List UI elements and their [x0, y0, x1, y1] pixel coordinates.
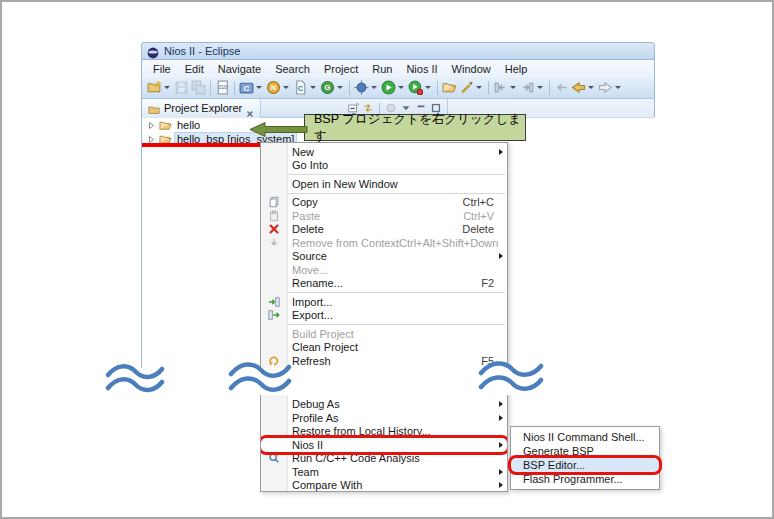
- menu-item-label: Compare With: [287, 479, 362, 491]
- menu-item-profile-as[interactable]: Profile As: [261, 411, 507, 425]
- explorer-tab-label: Project Explorer: [164, 102, 242, 114]
- submenu-item-label: Flash Programmer...: [523, 473, 623, 485]
- tab-close-icon[interactable]: [246, 104, 254, 112]
- dropdown-caret-icon[interactable]: [256, 86, 262, 89]
- menubar-item-navigate[interactable]: Navigate: [211, 61, 268, 77]
- dropdown-caret-icon[interactable]: [398, 86, 404, 89]
- debug-button[interactable]: [353, 79, 380, 97]
- menu-item-nios-ii[interactable]: Nios II: [261, 438, 507, 452]
- menu-item-label: Delete: [287, 223, 324, 235]
- menu-icon-cell: [261, 237, 287, 249]
- menu-item-compare-with[interactable]: Compare With: [261, 479, 507, 493]
- dropdown-caret-icon[interactable]: [537, 86, 543, 89]
- menu-item-go-into[interactable]: Go Into: [261, 159, 507, 173]
- menubar-item-help[interactable]: Help: [498, 61, 535, 77]
- open-element-button[interactable]: [441, 79, 458, 97]
- forward-button[interactable]: [597, 79, 624, 97]
- back-icon: [571, 80, 586, 95]
- dropdown-caret-icon[interactable]: [337, 86, 343, 89]
- menu-item-refresh[interactable]: RefreshF5: [261, 354, 507, 368]
- submenu-item-flash-programmer[interactable]: Flash Programmer...: [511, 472, 659, 486]
- menu-item-shortcut: Ctrl+Alt+Shift+Down: [399, 237, 508, 249]
- menubar-item-window[interactable]: Window: [445, 61, 498, 77]
- toolbar-separator: [549, 81, 550, 95]
- binary-file-icon: 010: [215, 80, 230, 95]
- page-frame: Nios II - Eclipse FileEditNavigateSearch…: [0, 0, 774, 519]
- menu-item-open-in-new-window[interactable]: Open in New Window: [261, 177, 507, 191]
- expand-twisty-icon[interactable]: [147, 121, 156, 130]
- svg-text:C: C: [298, 84, 304, 93]
- toolbar-separator: [488, 81, 489, 95]
- menu-item-restore-from-local-history[interactable]: Restore from Local History...: [261, 425, 507, 439]
- copy-icon: [268, 196, 280, 208]
- dropdown-caret-icon[interactable]: [310, 86, 316, 89]
- svg-text:010: 010: [219, 85, 227, 90]
- new-wizard-button[interactable]: [146, 79, 173, 97]
- binary-file-button[interactable]: 010: [214, 79, 231, 97]
- menu-item-debug-as[interactable]: Debug As: [261, 398, 507, 412]
- next-annotation-icon: [520, 80, 535, 95]
- menubar-item-project[interactable]: Project: [317, 61, 365, 77]
- menu-item-remove-from-context: Remove from ContextCtrl+Alt+Shift+Down: [261, 236, 507, 250]
- submenu-item-nios-ii-command-shell[interactable]: Nios II Command Shell...: [511, 430, 659, 444]
- menu-item-export[interactable]: Export...: [261, 309, 507, 323]
- new-c-file-button[interactable]: C: [292, 79, 319, 97]
- run-button[interactable]: [380, 79, 407, 97]
- menu-item-label: Debug As: [287, 398, 340, 410]
- project-folder-icon: [159, 119, 172, 132]
- menu-item-new[interactable]: New: [261, 145, 507, 159]
- explorer-folder-icon: [148, 102, 160, 114]
- dropdown-caret-icon[interactable]: [425, 86, 431, 89]
- menubar-item-run[interactable]: Run: [365, 61, 399, 77]
- run-external-icon: [408, 80, 423, 95]
- menu-item-rename[interactable]: Rename...F2: [261, 277, 507, 291]
- menu-item-label: Source: [287, 250, 327, 262]
- dropdown-caret-icon[interactable]: [371, 86, 377, 89]
- last-edit-button[interactable]: [553, 79, 570, 97]
- menu-item-label: Restore from Local History...: [287, 425, 431, 437]
- menu-item-clean-project[interactable]: Clean Project: [261, 341, 507, 355]
- menubar-item-file[interactable]: File: [146, 61, 178, 77]
- dropdown-caret-icon[interactable]: [476, 86, 482, 89]
- menu-item-label: Remove from Context: [287, 237, 399, 249]
- menu-item-label: Export...: [287, 309, 333, 321]
- tear-band: [254, 368, 514, 395]
- new-wizard-icon: [147, 80, 162, 95]
- search-button[interactable]: [458, 79, 485, 97]
- new-nios-app-button[interactable]: N: [265, 79, 292, 97]
- menu-item-team[interactable]: Team: [261, 465, 507, 479]
- dropdown-caret-icon[interactable]: [283, 86, 289, 89]
- dropdown-caret-icon[interactable]: [615, 86, 621, 89]
- menubar-item-search[interactable]: Search: [268, 61, 317, 77]
- window-titlebar: Nios II - Eclipse: [141, 42, 655, 60]
- annotation-callout: BSP プロジェクトを右クリックします: [304, 114, 526, 141]
- dropdown-caret-icon[interactable]: [588, 86, 594, 89]
- menu-item-run-c-c-code-analysis[interactable]: Run C/C++ Code Analysis: [261, 452, 507, 466]
- back-button[interactable]: [570, 79, 597, 97]
- dropdown-caret-icon[interactable]: [510, 86, 516, 89]
- dropdown-caret-icon[interactable]: [164, 86, 170, 89]
- menubar-item-edit[interactable]: Edit: [178, 61, 211, 77]
- make-target-button[interactable]: G: [319, 79, 346, 97]
- submenu-item-generate-bsp[interactable]: Generate BSP: [511, 444, 659, 458]
- next-annotation-button[interactable]: [519, 79, 546, 97]
- menu-item-label: Run C/C++ Code Analysis: [287, 452, 420, 464]
- menu-item-delete[interactable]: DeleteDelete: [261, 223, 507, 237]
- last-edit-icon: [554, 80, 569, 95]
- prev-annotation-button[interactable]: [492, 79, 519, 97]
- menu-item-shortcut: Ctrl+V: [463, 210, 507, 222]
- tab-project-explorer[interactable]: Project Explorer: [142, 99, 261, 118]
- menu-item-import[interactable]: Import...: [261, 295, 507, 309]
- menu-icon-cell: [261, 452, 287, 464]
- window-title: Nios II - Eclipse: [164, 45, 240, 57]
- menu-item-copy[interactable]: CopyCtrl+C: [261, 196, 507, 210]
- menu-item-label: Rename...: [287, 277, 343, 289]
- window-right-border: [654, 99, 655, 117]
- menu-item-label: Profile As: [287, 412, 338, 424]
- run-external-button[interactable]: [407, 79, 434, 97]
- submenu-item-bsp-editor[interactable]: BSP Editor...: [511, 458, 659, 472]
- new-c-project-button[interactable]: C: [238, 79, 265, 97]
- menu-item-source[interactable]: Source: [261, 250, 507, 264]
- save-icon: [174, 80, 189, 95]
- menubar-item-nios-ii[interactable]: Nios II: [399, 61, 444, 77]
